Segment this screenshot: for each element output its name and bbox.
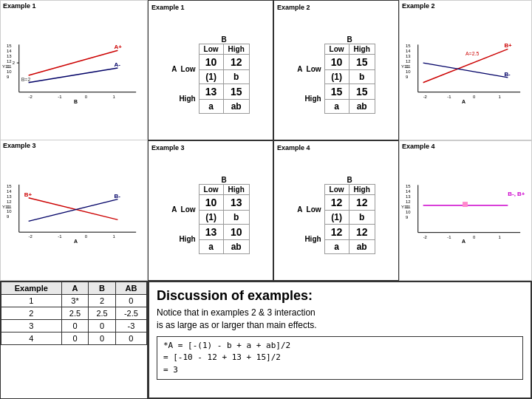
svg-text:-1: -1 bbox=[58, 95, 62, 99]
svg-text:B+: B+ bbox=[24, 191, 33, 198]
table-cell: -3 bbox=[115, 320, 146, 332]
svg-text:B-, B+: B-, B+ bbox=[508, 191, 525, 197]
svg-text:9: 9 bbox=[7, 75, 10, 79]
table-cell: 2.5 bbox=[61, 307, 89, 320]
table-cell: 2 bbox=[1, 307, 62, 320]
svg-text:10: 10 bbox=[406, 210, 411, 214]
svg-text:12: 12 bbox=[7, 59, 12, 64]
table-cell: 2.5 bbox=[89, 307, 116, 320]
table-cell: 0 bbox=[89, 320, 116, 332]
svg-text:Y11: Y11 bbox=[2, 205, 10, 209]
matrix-ex1-content: B Low High A Low 10 12 bbox=[149, 1, 273, 140]
svg-text:13: 13 bbox=[7, 194, 12, 199]
svg-text:Y11: Y11 bbox=[2, 64, 10, 69]
svg-text:A-: A- bbox=[114, 61, 120, 68]
matrix-ex1-table: B Low High A Low 10 12 bbox=[171, 35, 250, 114]
matrix-ex2: Example 2 B Low High bbox=[273, 0, 399, 140]
matrix-ex2-table: B Low High A Low 10 15 bbox=[297, 35, 375, 114]
table-cell: 0 bbox=[115, 295, 146, 307]
svg-text:1: 1 bbox=[499, 95, 501, 99]
svg-text:1: 1 bbox=[112, 234, 115, 239]
svg-text:-2: -2 bbox=[423, 95, 427, 99]
svg-text:1: 1 bbox=[112, 95, 115, 99]
svg-text:B-: B- bbox=[114, 193, 120, 200]
svg-text:B-: B- bbox=[504, 71, 511, 78]
svg-text:-2: -2 bbox=[29, 234, 33, 239]
col-header-ab: AB bbox=[115, 282, 146, 295]
svg-text:A: A bbox=[462, 99, 466, 104]
col-header-b: B bbox=[89, 282, 116, 295]
main-container: Example 1 15 14 13 12 11 10 Y11 9 -2 -1 … bbox=[0, 0, 532, 399]
svg-text:0: 0 bbox=[85, 95, 88, 99]
graph-ex1-top: Example 1 15 14 13 12 11 10 Y11 9 -2 -1 … bbox=[1, 1, 147, 140]
graph-ex3-left: Example 3 15 14 13 12 11 10 Y11 9 -2 -1 … bbox=[0, 140, 148, 281]
svg-text:9: 9 bbox=[406, 75, 409, 79]
svg-text:2: 2 bbox=[13, 61, 15, 65]
formula-line-2: = [-10 - 12 + 13 + 15]/2 bbox=[163, 352, 516, 364]
svg-text:A=2.5: A=2.5 bbox=[466, 51, 479, 56]
svg-text:-1: -1 bbox=[447, 95, 451, 99]
svg-text:A+: A+ bbox=[114, 44, 122, 50]
svg-text:A: A bbox=[74, 239, 78, 244]
matrix-ex3: Example 3 B Low High bbox=[148, 140, 273, 281]
svg-text:12: 12 bbox=[406, 59, 411, 64]
col-header-a: A bbox=[61, 282, 89, 295]
svg-text:10: 10 bbox=[7, 69, 12, 74]
col-header-example: Example bbox=[1, 282, 62, 295]
formula-line-1: *A = [-(1) - b + a + ab]/2 bbox=[163, 340, 516, 352]
svg-line-77 bbox=[29, 198, 118, 220]
svg-text:-2: -2 bbox=[423, 235, 427, 239]
svg-text:0: 0 bbox=[85, 234, 88, 239]
svg-text:15: 15 bbox=[7, 184, 12, 188]
table-row: 4000 bbox=[1, 332, 147, 345]
table-cell: 0 bbox=[115, 332, 146, 345]
svg-text:14: 14 bbox=[7, 189, 12, 194]
table-cell: 3* bbox=[61, 295, 89, 307]
table-row: 13*20 bbox=[1, 295, 147, 307]
svg-text:-1: -1 bbox=[447, 235, 451, 239]
matrix-ex1: Example 1 B Low High bbox=[148, 0, 273, 140]
table-cell: 0 bbox=[61, 320, 89, 332]
svg-line-59 bbox=[423, 63, 508, 78]
svg-text:0: 0 bbox=[473, 95, 476, 99]
graph-ex2-right-svg: 15 14 13 12 11 10 Y11 9 -2 -1 0 1 A B+ B… bbox=[400, 1, 531, 140]
svg-text:10: 10 bbox=[7, 209, 12, 214]
table-row: 22.52.5-2.5 bbox=[1, 307, 147, 320]
data-table: Example A B AB 13*2022.52.5-2.5300-34000 bbox=[1, 282, 147, 345]
table-cell: 2 bbox=[89, 295, 116, 307]
svg-text:15: 15 bbox=[7, 44, 12, 48]
data-table-section: Example A B AB 13*2022.52.5-2.5300-34000 bbox=[0, 281, 148, 399]
table-cell: 3 bbox=[1, 320, 62, 332]
matrix-ex3-content: B Low High A Low 10 13 bbox=[149, 141, 273, 280]
discussion-text: Notice that in examples 2 & 3 interactio… bbox=[157, 307, 523, 332]
matrix-ex4: Example 4 B Low High bbox=[273, 140, 399, 281]
svg-text:10: 10 bbox=[406, 69, 411, 74]
table-cell: 0 bbox=[61, 332, 89, 345]
table-cell: -2.5 bbox=[115, 307, 146, 320]
svg-line-17 bbox=[29, 68, 118, 83]
table-cell: 1 bbox=[1, 295, 62, 307]
svg-text:12: 12 bbox=[406, 200, 411, 204]
mid-middle-matrices: Example 3 B Low High bbox=[148, 140, 399, 281]
svg-text:0: 0 bbox=[473, 235, 476, 239]
graph-ex4-right-svg: 15 14 13 12 11 10 Y11 9 -2 -1 0 1 A B-, … bbox=[400, 141, 531, 280]
discussion-section: Discussion of examples: Notice that in e… bbox=[148, 281, 532, 399]
formula-line-3: = 3 bbox=[163, 364, 516, 377]
svg-text:15: 15 bbox=[406, 44, 411, 48]
svg-text:14: 14 bbox=[7, 49, 12, 53]
table-cell: 0 bbox=[89, 332, 116, 345]
svg-text:9: 9 bbox=[406, 215, 409, 219]
graph-ex4-right: Example 4 15 14 13 12 11 10 Y11 9 -2 -1 … bbox=[399, 140, 532, 281]
matrix-ex3-table: B Low High A Low 10 13 bbox=[171, 176, 250, 254]
svg-text:-1: -1 bbox=[58, 234, 62, 239]
svg-text:13: 13 bbox=[406, 54, 411, 58]
svg-text:9: 9 bbox=[7, 214, 10, 219]
matrix-ex2-content: B Low High A Low 10 15 bbox=[274, 1, 398, 140]
svg-line-79 bbox=[29, 200, 118, 222]
svg-text:14: 14 bbox=[406, 49, 411, 53]
svg-text:Y11: Y11 bbox=[401, 205, 409, 209]
svg-text:B=2: B=2 bbox=[21, 77, 31, 82]
data-table-body: 13*2022.52.5-2.5300-34000 bbox=[1, 295, 147, 345]
graph-ex2-right: Example 2 15 14 13 12 11 10 Y11 9 -2 -1 … bbox=[399, 0, 532, 140]
svg-text:B+: B+ bbox=[504, 42, 512, 49]
